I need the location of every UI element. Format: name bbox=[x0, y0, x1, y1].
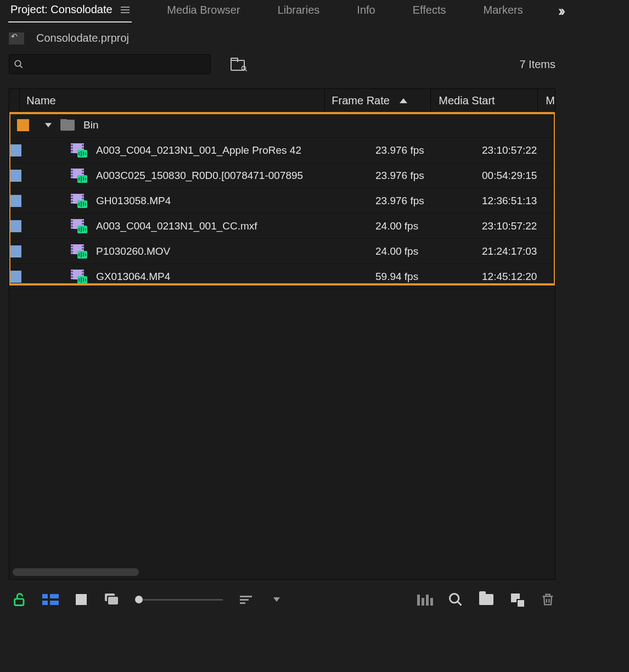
tab-libraries[interactable]: Libraries bbox=[276, 1, 322, 22]
clip-framerate: 24.00 fps bbox=[369, 245, 474, 257]
project-filename: Consolodate.prproj bbox=[36, 32, 129, 44]
col-label[interactable] bbox=[9, 89, 20, 112]
clip-name: A003_C004_0213N1_001_Apple ProRes 42 bbox=[96, 144, 301, 156]
clip-framerate: 23.976 fps bbox=[369, 170, 474, 182]
tab-project-label: Project: Consolodate bbox=[10, 3, 113, 15]
clip-framerate: 59.94 fps bbox=[369, 271, 474, 283]
freeform-view-button[interactable] bbox=[104, 592, 120, 607]
tab-markers[interactable]: Markers bbox=[481, 1, 525, 22]
label-swatch[interactable] bbox=[9, 195, 21, 207]
svg-line-6 bbox=[458, 602, 462, 606]
clip-mediastart: 23:10:57:22 bbox=[474, 220, 555, 232]
clip-icon bbox=[71, 143, 87, 158]
tab-overflow-icon[interactable]: ›› bbox=[558, 2, 563, 20]
sort-button[interactable] bbox=[238, 592, 254, 607]
clip-framerate: 23.976 fps bbox=[369, 195, 474, 207]
horizontal-scrollbar[interactable] bbox=[13, 568, 139, 576]
panel-menu-icon[interactable] bbox=[121, 7, 130, 13]
table-row[interactable]: A003_C004_0213N1_001_CC.mxf 24.00 fps 23… bbox=[9, 214, 555, 239]
table-row[interactable]: A003_C004_0213N1_001_Apple ProRes 42 23.… bbox=[9, 138, 555, 163]
expand-caret-icon[interactable] bbox=[45, 123, 52, 127]
clip-mediastart: 21:24:17:03 bbox=[474, 245, 555, 257]
clip-mediastart: 12:45:12:20 bbox=[474, 271, 555, 283]
clip-name: A003C025_150830_R0D0.[0078471-007895 bbox=[96, 170, 303, 182]
clip-icon bbox=[71, 244, 87, 259]
search-bin-icon[interactable] bbox=[231, 58, 246, 71]
list-view-button[interactable] bbox=[43, 592, 58, 607]
table-rows: Bin A003_C004_0213N1_001_Apple ProRes 42… bbox=[9, 113, 555, 289]
svg-point-2 bbox=[242, 66, 246, 70]
clip-mediastart: 00:54:29:15 bbox=[474, 170, 555, 182]
clip-icon bbox=[71, 169, 87, 183]
project-footer-toolbar bbox=[0, 580, 564, 607]
search-icon bbox=[14, 59, 24, 69]
table-row[interactable]: P1030260.MOV 24.00 fps 21:24:17:03 bbox=[9, 239, 555, 264]
label-swatch[interactable] bbox=[9, 144, 21, 156]
icon-view-button[interactable] bbox=[74, 592, 89, 607]
clip-name: GX013064.MP4 bbox=[96, 271, 170, 283]
thumbnail-size-slider[interactable] bbox=[135, 596, 223, 603]
svg-rect-4 bbox=[15, 599, 24, 606]
tab-info[interactable]: Info bbox=[355, 1, 377, 22]
svg-line-3 bbox=[245, 70, 247, 71]
bin-name: Bin bbox=[83, 119, 98, 131]
clip-icon bbox=[71, 219, 87, 233]
label-swatch[interactable] bbox=[9, 271, 21, 283]
project-table: Name Frame Rate Media Start M Bin bbox=[9, 88, 555, 580]
clip-icon bbox=[71, 194, 87, 208]
project-header: Consolodate.prproj bbox=[0, 22, 564, 47]
table-header: Name Frame Rate Media Start M bbox=[9, 89, 555, 113]
tab-effects[interactable]: Effects bbox=[411, 1, 448, 22]
svg-point-0 bbox=[15, 60, 21, 66]
table-row[interactable]: GH013058.MP4 23.976 fps 12:36:51:13 bbox=[9, 188, 555, 214]
clip-mediastart: 23:10:57:22 bbox=[474, 144, 555, 156]
clip-mediastart: 12:36:51:13 bbox=[474, 195, 555, 207]
label-swatch[interactable] bbox=[9, 220, 21, 232]
tab-media-browser[interactable]: Media Browser bbox=[165, 1, 242, 22]
clip-name: GH013058.MP4 bbox=[96, 195, 171, 207]
project-nav-up-icon[interactable] bbox=[9, 32, 24, 44]
table-row[interactable]: GX013064.MP4 59.94 fps 12:45:12:20 bbox=[9, 264, 555, 289]
lock-toggle[interactable] bbox=[12, 592, 27, 607]
clip-icon bbox=[71, 270, 87, 284]
col-media-start[interactable]: Media Start bbox=[431, 89, 538, 112]
label-swatch[interactable] bbox=[17, 119, 29, 131]
clip-framerate: 24.00 fps bbox=[369, 220, 474, 232]
panel-tabstrip: Project: Consolodate Media Browser Libra… bbox=[0, 0, 564, 22]
automate-to-sequence-button[interactable] bbox=[417, 592, 433, 607]
label-swatch[interactable] bbox=[9, 170, 21, 182]
clip-name: A003_C004_0213N1_001_CC.mxf bbox=[96, 220, 257, 232]
clip-framerate: 23.976 fps bbox=[369, 144, 474, 156]
delete-button[interactable] bbox=[540, 592, 555, 607]
bin-folder-icon bbox=[60, 120, 75, 131]
item-count: 7 Items bbox=[519, 58, 555, 71]
clip-name: P1030260.MOV bbox=[96, 245, 170, 257]
col-name[interactable]: Name bbox=[20, 89, 325, 112]
find-button[interactable] bbox=[448, 592, 463, 607]
new-item-button[interactable] bbox=[509, 592, 525, 607]
sort-dropdown[interactable] bbox=[269, 592, 284, 607]
sort-ascending-icon bbox=[400, 98, 407, 103]
tab-project[interactable]: Project: Consolodate bbox=[8, 0, 132, 23]
col-frame-rate[interactable]: Frame Rate bbox=[325, 89, 431, 112]
table-row[interactable]: A003C025_150830_R0D0.[0078471-007895 23.… bbox=[9, 163, 555, 188]
project-search-row: 7 Items bbox=[0, 47, 564, 79]
label-swatch[interactable] bbox=[9, 245, 21, 257]
bin-row[interactable]: Bin bbox=[9, 113, 555, 138]
new-bin-button[interactable] bbox=[479, 592, 494, 607]
search-input[interactable] bbox=[9, 54, 211, 74]
col-partial[interactable]: M bbox=[538, 94, 555, 107]
svg-line-1 bbox=[20, 65, 23, 68]
svg-point-5 bbox=[450, 594, 459, 603]
